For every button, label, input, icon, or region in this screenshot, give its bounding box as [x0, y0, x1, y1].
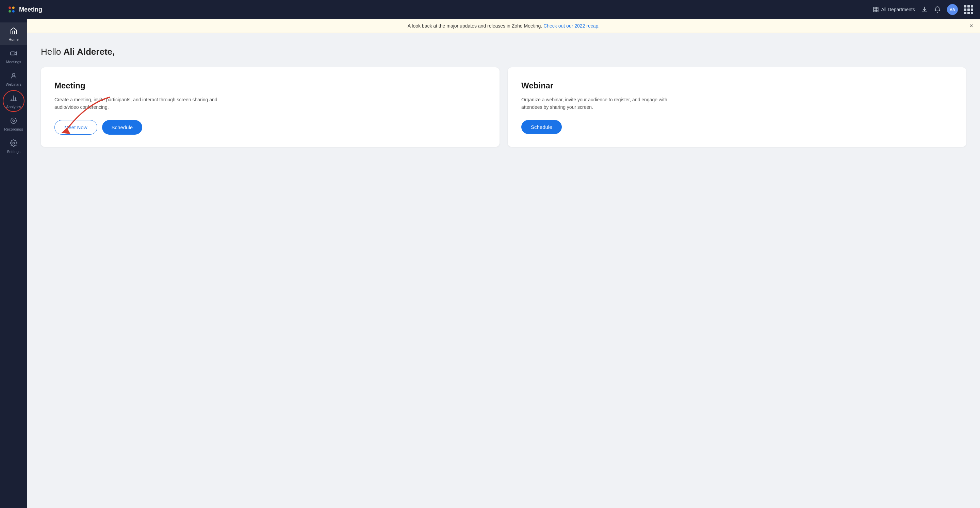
webinar-card-title: Webinar [521, 81, 953, 90]
sidebar-item-settings[interactable]: Settings [0, 135, 27, 157]
home-icon [10, 27, 18, 36]
banner-link[interactable]: Check out our 2022 recap. [543, 23, 600, 29]
sidebar-item-recordings[interactable]: Recordings [0, 112, 27, 135]
svg-point-1 [12, 6, 14, 9]
sidebar-item-home[interactable]: Home [0, 22, 27, 45]
schedule-webinar-button[interactable]: Schedule [521, 120, 562, 134]
bell-icon [934, 6, 941, 13]
avatar-initials: AA [950, 8, 955, 11]
content-inner: Hello Ali Alderete, Meeting Create a mee… [27, 33, 980, 160]
webinar-card-description: Organize a webinar, invite your audience… [521, 96, 685, 111]
svg-point-16 [11, 118, 17, 124]
content-area: A look back at the major updates and rel… [27, 19, 980, 508]
notifications-button[interactable] [934, 6, 941, 13]
webinar-card-actions: Schedule [521, 120, 953, 134]
user-avatar[interactable]: AA [947, 4, 958, 15]
logo-icon [7, 5, 16, 14]
svg-point-17 [13, 120, 14, 122]
schedule-meeting-button[interactable]: Schedule [102, 120, 143, 135]
department-selector[interactable]: All Departments [873, 6, 915, 13]
sidebar-label-settings: Settings [7, 149, 21, 154]
dept-label: All Departments [881, 7, 915, 12]
app-logo: Meeting [7, 5, 42, 14]
meeting-card-actions: Meet Now Schedule [54, 120, 486, 135]
announcement-banner: A look back at the major updates and rel… [27, 19, 980, 33]
meeting-card-title: Meeting [54, 81, 486, 90]
svg-point-18 [13, 142, 14, 144]
svg-point-0 [8, 6, 11, 9]
banner-close-button[interactable]: × [969, 22, 973, 30]
main-wrapper: Home Meetings Webinars [0, 19, 980, 508]
svg-point-3 [12, 10, 14, 13]
sidebar-label-home: Home [8, 37, 18, 41]
analytics-icon [10, 95, 18, 103]
meet-now-button[interactable]: Meet Now [54, 120, 97, 135]
topbar: Meeting All Departments [0, 0, 980, 19]
banner-text: A look back at the major updates and rel… [408, 23, 542, 29]
sidebar-label-recordings: Recordings [4, 127, 23, 131]
video-icon [10, 50, 18, 58]
svg-point-2 [8, 10, 11, 13]
svg-rect-4 [874, 7, 878, 12]
svg-point-11 [12, 73, 14, 76]
sidebar-item-analytics[interactable]: Analytics [0, 90, 27, 112]
sidebar-label-analytics: Analytics [6, 105, 21, 109]
sidebar-label-webinars: Webinars [6, 82, 21, 86]
webinars-icon [10, 72, 18, 81]
greeting-text: Hello Ali Alderete, [41, 47, 966, 57]
sidebar: Home Meetings Webinars [0, 19, 27, 508]
download-icon [921, 6, 928, 13]
svg-rect-10 [11, 52, 15, 55]
settings-icon [10, 140, 18, 148]
app-title: Meeting [19, 6, 42, 13]
sidebar-label-meetings: Meetings [6, 60, 21, 64]
topbar-right: All Departments AA [873, 4, 973, 15]
greeting-prefix: Hello [41, 47, 63, 57]
sidebar-item-meetings[interactable]: Meetings [0, 45, 27, 67]
meeting-card: Meeting Create a meeting, invite partici… [41, 67, 500, 147]
cards-row: Meeting Create a meeting, invite partici… [41, 67, 966, 147]
sidebar-item-webinars[interactable]: Webinars [0, 67, 27, 90]
recordings-icon [10, 117, 18, 125]
building-icon [873, 6, 879, 13]
webinar-card: Webinar Organize a webinar, invite your … [508, 67, 966, 147]
greeting-name: Ali Alderete, [63, 47, 115, 57]
download-button[interactable] [921, 6, 928, 13]
apps-grid-button[interactable] [964, 5, 973, 14]
meeting-card-description: Create a meeting, invite participants, a… [54, 96, 218, 111]
page-content: Hello Ali Alderete, Meeting Create a mee… [27, 33, 980, 508]
